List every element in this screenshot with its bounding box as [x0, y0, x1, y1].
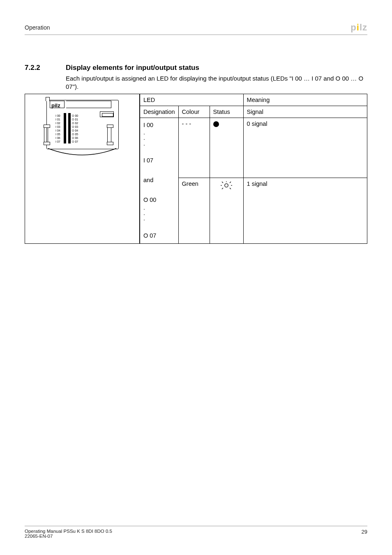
device-figure: pilz I 00I 01I 02I 03I 04I 05I 06I 07 O …: [25, 94, 140, 244]
status-off: [210, 118, 243, 178]
meaning-on: 1 signal: [243, 178, 367, 244]
svg-point-0: [225, 184, 228, 187]
signal-header: Signal: [243, 106, 367, 118]
svg-line-4: [222, 182, 223, 183]
output-led-labels: O 00O 01O 02O 03O 04O 05O 06O 07: [72, 114, 78, 143]
lens-curve-icon: [47, 148, 117, 158]
page-footer: Operating Manual PSSu K S 8DI 8DO 0.5 22…: [25, 526, 367, 539]
led-on-icon: [221, 181, 232, 190]
led-table: LED Meaning Designation Colour Status Si…: [140, 94, 367, 244]
svg-line-6: [222, 188, 223, 189]
status-header: Status: [210, 106, 243, 118]
meaning-header: Meaning: [243, 94, 367, 106]
designation-cell: I 00... I 07 and O 00... O 07: [140, 118, 179, 244]
led-header: LED: [140, 94, 244, 106]
brand-logo: pilz: [350, 22, 367, 33]
device-brand: pilz: [51, 102, 60, 109]
section-number: 7.2.2: [25, 64, 66, 72]
led-bar-left: [64, 113, 66, 143]
designation-header: Designation: [140, 106, 179, 118]
section-title: Display elements for input/output status: [66, 64, 199, 72]
connector-right-icon: [107, 125, 111, 144]
header-section: Operation: [25, 24, 50, 31]
footer-title: Operating Manual PSSu K S 8DI 8DO 0.5: [25, 529, 112, 534]
footer-docid: 22065-EN-07: [25, 534, 112, 539]
colour-off: - - -: [178, 118, 210, 178]
status-on: [210, 178, 243, 244]
module-slot-icon: [100, 111, 114, 117]
led-bar-right: [68, 113, 71, 143]
colour-header: Colour: [178, 106, 210, 118]
svg-line-5: [230, 182, 231, 183]
input-led-labels: I 00I 01I 02I 03I 04I 05I 06I 07: [55, 114, 60, 143]
led-off-icon: [213, 121, 219, 127]
section-body: Each input/output is assigned an LED for…: [66, 74, 367, 91]
connector-left-icon: [44, 125, 48, 144]
meaning-off: 0 signal: [243, 118, 367, 178]
svg-line-7: [230, 188, 231, 189]
colour-on: Green: [178, 178, 210, 244]
page-number: 29: [362, 529, 367, 539]
